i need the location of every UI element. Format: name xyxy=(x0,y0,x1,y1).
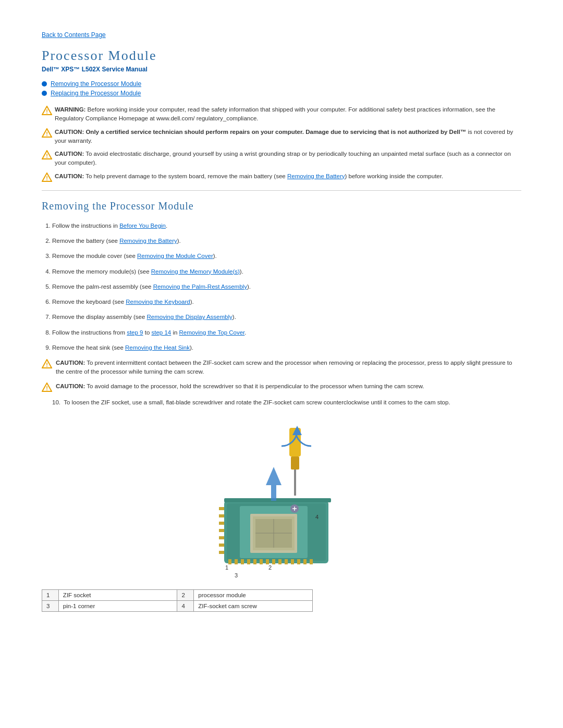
svg-marker-45 xyxy=(266,467,282,501)
svg-rect-17 xyxy=(241,559,244,564)
svg-rect-14 xyxy=(224,498,331,502)
diagram-container: 1 2 3 4 xyxy=(42,417,521,579)
caution-icon-3: ! xyxy=(42,172,51,181)
toc-bullet-1 xyxy=(42,81,47,87)
removing-battery-link-1[interactable]: Removing the Battery xyxy=(119,238,177,244)
caution-text-3: CAUTION: To help prevent damage to the s… xyxy=(55,172,443,181)
svg-rect-23 xyxy=(278,559,282,564)
step-5: Remove the palm-rest assembly (see Remov… xyxy=(52,282,521,291)
page-title: Processor Module xyxy=(42,48,521,64)
svg-rect-28 xyxy=(310,559,313,564)
warning-text: WARNING: Before working inside your comp… xyxy=(55,105,521,124)
caution-text-1: CAUTION: Only a certified service techni… xyxy=(55,128,521,146)
part-label-3: pin-1 corner xyxy=(58,600,177,611)
svg-rect-16 xyxy=(235,559,238,564)
section-title-removing: Removing the Processor Module xyxy=(42,200,521,212)
svg-rect-48 xyxy=(294,470,296,496)
svg-rect-18 xyxy=(247,559,250,564)
step-10-text: To loosen the ZIF socket, use a small, f… xyxy=(64,399,450,405)
removing-heat-sink-link[interactable]: Removing the Heat Sink xyxy=(125,344,190,351)
divider xyxy=(42,190,521,191)
svg-rect-27 xyxy=(303,559,307,564)
toc-link-removing[interactable]: Removing the Processor Module xyxy=(51,80,141,88)
svg-rect-22 xyxy=(272,559,275,564)
removing-module-cover-link[interactable]: Removing the Module Cover xyxy=(137,253,213,259)
part-num-2: 2 xyxy=(177,589,194,600)
before-you-begin-link[interactable]: Before You Begin xyxy=(119,223,166,229)
removing-top-cover-link[interactable]: Removing the Top Cover xyxy=(179,329,245,336)
caution-mid-text-1: CAUTION: To prevent intermittent contact… xyxy=(56,359,521,377)
svg-rect-34 xyxy=(219,544,224,547)
step14-link[interactable]: step 14 xyxy=(151,329,171,336)
part-label-1: ZIF socket xyxy=(58,589,177,600)
svg-text:4: 4 xyxy=(315,514,319,520)
table-row-1: 1 ZIF socket 2 processor module xyxy=(42,589,313,600)
svg-text:!: ! xyxy=(46,362,48,368)
step-4: Remove the memory module(s) (see Removin… xyxy=(52,267,521,276)
svg-rect-32 xyxy=(219,529,224,532)
processor-diagram: 1 2 3 4 xyxy=(193,417,370,579)
svg-rect-20 xyxy=(260,559,263,564)
step9-link[interactable]: step 9 xyxy=(127,329,143,336)
caution-icon-2: ! xyxy=(42,150,51,158)
parts-table: 1 ZIF socket 2 processor module 3 pin-1 … xyxy=(42,589,313,612)
svg-text:1: 1 xyxy=(225,564,228,571)
notice-warning: ! WARNING: Before working inside your co… xyxy=(42,105,521,124)
step-6: Remove the keyboard (see Removing the Ke… xyxy=(52,298,521,306)
removing-keyboard-link[interactable]: Removing the Keyboard xyxy=(126,299,190,305)
caution-icon-mid-2: ! xyxy=(42,382,52,393)
step-3: Remove the module cover (see Removing th… xyxy=(52,252,521,261)
svg-rect-30 xyxy=(219,514,224,517)
step-8: Follow the instructions from step 9 to s… xyxy=(52,328,521,337)
battery-link-notice[interactable]: Removing the Battery xyxy=(287,173,345,179)
caution-icon-1: ! xyxy=(42,128,51,137)
step-10: 10. To loosen the ZIF socket, use a smal… xyxy=(52,398,521,407)
svg-text:!: ! xyxy=(46,153,48,159)
svg-rect-47 xyxy=(291,456,299,470)
toc-bullet-2 xyxy=(42,91,47,96)
part-label-4: ZIF-socket cam screw xyxy=(194,600,313,611)
toc-item-removing: Removing the Processor Module xyxy=(42,80,521,88)
step-2: Remove the battery (see Removing the Bat… xyxy=(52,237,521,245)
removing-memory-link[interactable]: Removing the Memory Module(s) xyxy=(151,268,240,275)
svg-rect-24 xyxy=(285,559,288,564)
caution-mid-text-2: CAUTION: To avoid damage to the processo… xyxy=(56,382,424,391)
notice-caution-2: ! CAUTION: To avoid electrostatic discha… xyxy=(42,150,521,168)
caution-text-2: CAUTION: To avoid electrostatic discharg… xyxy=(55,150,521,168)
svg-text:2: 2 xyxy=(268,564,272,571)
svg-rect-35 xyxy=(219,551,224,554)
steps-list: Follow the instructions in Before You Be… xyxy=(52,221,521,352)
caution-mid-1: ! CAUTION: To prevent intermittent conta… xyxy=(42,359,521,377)
part-num-1: 1 xyxy=(42,589,59,600)
svg-text:3: 3 xyxy=(235,572,238,578)
step-9: Remove the heat sink (see Removing the H… xyxy=(52,343,521,352)
step-7: Remove the display assembly (see Removin… xyxy=(52,313,521,322)
notice-caution-1: ! CAUTION: Only a certified service tech… xyxy=(42,128,521,146)
svg-text:!: ! xyxy=(46,130,48,137)
svg-text:!: ! xyxy=(46,175,48,181)
part-label-2: processor module xyxy=(194,589,313,600)
removing-palmrest-link[interactable]: Removing the Palm-Rest Assembly xyxy=(153,283,247,290)
page-container: Back to Contents Page Processor Module D… xyxy=(0,0,563,643)
caution-mid-2: ! CAUTION: To avoid damage to the proces… xyxy=(42,382,521,393)
step-10-num: 10. xyxy=(52,399,60,405)
svg-rect-33 xyxy=(219,536,224,539)
svg-rect-31 xyxy=(219,522,224,525)
step-1: Follow the instructions in Before You Be… xyxy=(52,221,521,230)
table-row-2: 3 pin-1 corner 4 ZIF-socket cam screw xyxy=(42,600,313,611)
svg-rect-29 xyxy=(219,507,224,510)
svg-text:!: ! xyxy=(46,108,48,115)
svg-text:!: ! xyxy=(46,385,48,391)
part-num-4: 4 xyxy=(177,600,194,611)
svg-rect-15 xyxy=(228,559,231,564)
toc-link-replacing[interactable]: Replacing the Processor Module xyxy=(51,90,141,97)
svg-rect-26 xyxy=(297,559,300,564)
toc-section: Removing the Processor Module Replacing … xyxy=(42,80,521,97)
removing-display-link[interactable]: Removing the Display Assembly xyxy=(147,314,232,320)
notice-caution-3: ! CAUTION: To help prevent damage to the… xyxy=(42,172,521,181)
svg-rect-21 xyxy=(266,559,269,564)
back-link[interactable]: Back to Contents Page xyxy=(42,31,521,39)
caution-icon-mid-1: ! xyxy=(42,359,52,369)
toc-item-replacing: Replacing the Processor Module xyxy=(42,90,521,97)
svg-rect-19 xyxy=(253,559,256,564)
